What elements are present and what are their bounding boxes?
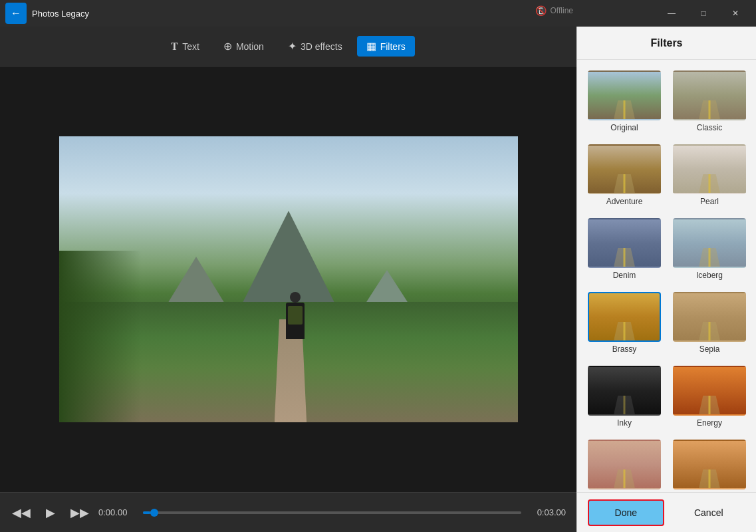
filter-item-energy[interactable]: Energy [670, 363, 749, 430]
skip-forward-button[interactable]: ▶▶ [69, 502, 90, 523]
filters-panel: 📵 Offline Filters Original Classic [576, 27, 756, 532]
done-button[interactable]: Done [588, 499, 664, 526]
back-button[interactable]: ← [5, 3, 27, 24]
filter-label-denim: Denim [613, 271, 636, 280]
filter-label-brassy: Brassy [612, 344, 637, 354]
playback-controls: ◀◀ ▶ ▶▶ 0:00.00 0:03.00 [0, 492, 576, 532]
person-head [290, 292, 301, 303]
yellow-line [624, 248, 626, 267]
filters-icon: ▦ [366, 40, 376, 53]
yellow-line [624, 174, 626, 193]
cancel-button[interactable]: Cancel [672, 499, 746, 526]
filter-label-sepia: Sepia [699, 344, 720, 354]
main-area: 𝐓 Text ⊕ Motion ✦ 3D effects ▦ Filters [0, 27, 756, 532]
video-scene [59, 136, 518, 422]
filter-item-sepia[interactable]: Sepia [670, 289, 749, 356]
filter-thumb-energy [673, 366, 746, 416]
play-button[interactable]: ▶ [40, 502, 61, 523]
filter-thumb-classic [673, 70, 746, 120]
yellow-line [709, 396, 711, 414]
filter-label-pearl: Pearl [700, 197, 719, 206]
yellow-line [709, 100, 711, 119]
filter-thumb-original [588, 70, 661, 120]
filter-label-iceberg: Iceberg [696, 271, 723, 280]
yellow-line [709, 469, 711, 488]
motion-icon: ⊕ [223, 40, 232, 53]
filter-item-pearl[interactable]: Pearl [670, 142, 749, 209]
filter-item-original[interactable]: Original [585, 68, 664, 135]
skip-back-button[interactable]: ◀◀ [11, 502, 32, 523]
filter-item-more1[interactable] [585, 437, 664, 492]
filters-panel-title: Filters [650, 37, 682, 49]
progress-bar[interactable] [143, 511, 521, 514]
minimize-button[interactable]: — [656, 3, 687, 24]
editor-area: 𝐓 Text ⊕ Motion ✦ 3D effects ▦ Filters [0, 27, 576, 532]
person-body [286, 303, 305, 339]
text-icon: 𝐓 [171, 41, 178, 53]
motion-tool-button[interactable]: ⊕ Motion [214, 36, 273, 57]
time-total: 0:03.00 [529, 507, 566, 517]
video-container [0, 66, 576, 492]
filters-tool-button[interactable]: ▦ Filters [357, 36, 415, 57]
progress-handle[interactable] [150, 509, 158, 517]
backpack [288, 306, 303, 325]
filter-item-denim[interactable]: Denim [585, 215, 664, 283]
effects-tool-label: 3D effects [301, 41, 342, 52]
filter-thumb-brassy [588, 292, 661, 342]
filter-thumb-inky [588, 366, 661, 416]
yellow-line [709, 248, 711, 267]
filter-item-classic[interactable]: Classic [670, 68, 749, 135]
yellow-line [624, 100, 626, 119]
window-controls: — □ ✕ [656, 3, 751, 24]
filters-grid: Original Classic Adventure [577, 60, 756, 492]
filter-label-inky: Inky [617, 418, 632, 428]
filter-thumb-adventure [588, 144, 661, 194]
text-tool-button[interactable]: 𝐓 Text [162, 37, 209, 57]
bottom-bar: Done Cancel [577, 492, 756, 532]
filter-label-original: Original [610, 123, 638, 132]
yellow-line [624, 469, 626, 488]
filter-item-adventure[interactable]: Adventure [585, 142, 664, 209]
filter-thumb-denim [588, 218, 661, 268]
filter-thumb-pearl [673, 144, 746, 194]
time-current: 0:00.00 [98, 507, 135, 517]
text-tool-label: Text [182, 41, 199, 52]
filter-label-energy: Energy [697, 418, 722, 428]
yellow-line [709, 322, 711, 340]
effects-icon: ✦ [288, 40, 297, 53]
filter-item-iceberg[interactable]: Iceberg [670, 215, 749, 283]
filter-label-adventure: Adventure [606, 197, 643, 206]
motion-tool-label: Motion [236, 41, 264, 52]
filters-tool-label: Filters [380, 41, 406, 52]
filter-item-brassy[interactable]: Brassy [585, 289, 664, 356]
filter-item-inky[interactable]: Inky [585, 363, 664, 430]
titlebar: ← Photos Legacy — □ ✕ [0, 0, 756, 27]
filter-thumb-more2 [673, 440, 746, 489]
grass-left [59, 251, 142, 422]
maximize-button[interactable]: □ [688, 3, 719, 24]
close-button[interactable]: ✕ [720, 3, 751, 24]
yellow-line [624, 322, 626, 340]
filter-item-more2[interactable] [670, 437, 749, 492]
filter-label-classic: Classic [697, 123, 723, 132]
progress-fill [143, 511, 150, 514]
filter-thumb-iceberg [673, 218, 746, 268]
filters-panel-header: Filters [577, 27, 756, 60]
toolbar: 𝐓 Text ⊕ Motion ✦ 3D effects ▦ Filters [0, 27, 576, 66]
filter-thumb-more1 [588, 440, 661, 489]
effects-tool-button[interactable]: ✦ 3D effects [279, 36, 352, 57]
yellow-line [709, 174, 711, 193]
filter-thumb-sepia [673, 292, 746, 342]
yellow-line [624, 396, 626, 414]
video-frame [59, 136, 518, 422]
